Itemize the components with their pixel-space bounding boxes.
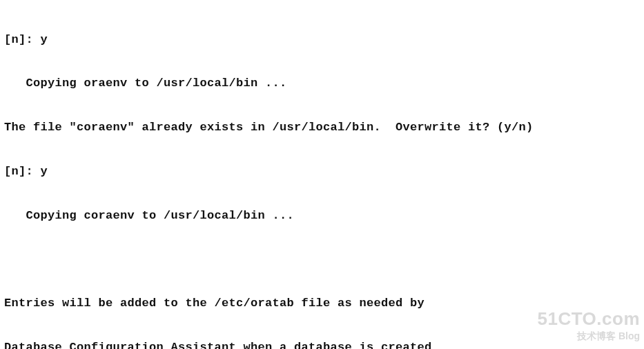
output-line: [n]: y [4,32,643,47]
blank-line [4,252,643,266]
output-line: Entries will be added to the /etc/oratab… [4,296,643,310]
output-line: The file "coraenv" already exists in /us… [4,120,643,134]
output-line: [n]: y [4,164,643,179]
output-line: Copying coraenv to /usr/local/bin ... [4,208,643,223]
terminal-output: [n]: y Copying oraenv to /usr/local/bin … [0,0,644,349]
output-line: Copying oraenv to /usr/local/bin ... [4,76,643,90]
output-line: Database Configuration Assistant when a … [4,340,643,350]
